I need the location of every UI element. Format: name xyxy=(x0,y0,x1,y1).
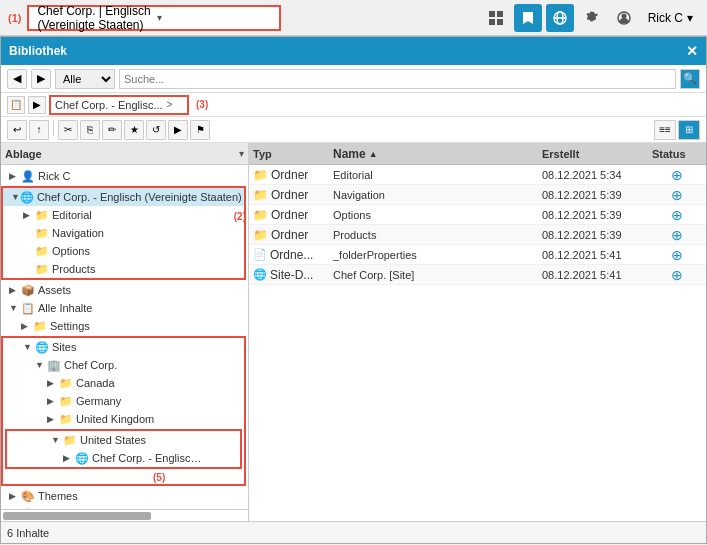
search-toolbar: ◀ ▶ Alle 🔍 xyxy=(1,65,706,93)
action-toolbar: ↩ ↑ ✂ ⎘ ✏ ★ ↺ ▶ ⚑ ≡≡ ⊞ xyxy=(1,117,706,143)
back-button[interactable]: ◀ xyxy=(7,69,27,89)
tree-label: Germany xyxy=(76,395,121,407)
svg-rect-1 xyxy=(497,11,503,17)
tree: ▶ 👤 Rick C ▼ 🌐 Chef Corp. - Englisch (Ve… xyxy=(1,165,248,509)
cell-status: ⊕ xyxy=(652,267,702,283)
cell-typ: 📁 Ordner xyxy=(253,168,333,182)
flag-button[interactable]: ⚑ xyxy=(190,120,210,140)
table-row[interactable]: 🌐 Site-D... Chef Corp. [Site] 08.12.2021… xyxy=(249,265,706,285)
col-header-typ: Typ xyxy=(253,148,333,160)
table-row[interactable]: 📄 Ordne... _folderProperties 08.12.2021 … xyxy=(249,245,706,265)
up-button[interactable]: ↑ xyxy=(29,120,49,140)
chevron-down-icon: ▾ xyxy=(157,12,271,23)
table-row[interactable]: 📁 Ordner Navigation 08.12.2021 5:39 ⊕ xyxy=(249,185,706,205)
search-button[interactable]: 🔍 xyxy=(680,69,700,89)
label-1: (1) xyxy=(8,12,21,24)
grid-icon[interactable] xyxy=(482,4,510,32)
context-selector-text: Chef Corp. | Englisch (Vereinigte Staate… xyxy=(37,4,151,32)
separator xyxy=(53,120,54,136)
tree-item-chef-corp[interactable]: ▼ 🌐 Chef Corp. - Englisch (Vereinigte St… xyxy=(3,188,244,206)
close-icon[interactable]: ✕ xyxy=(686,43,698,59)
table-row[interactable]: 📁 Ordner Editorial 08.12.2021 5:34 ⊕ xyxy=(249,165,706,185)
star-button[interactable]: ★ xyxy=(124,120,144,140)
cut-button[interactable]: ✂ xyxy=(58,120,78,140)
folder-icon: 📁 xyxy=(59,412,73,426)
col-header-name[interactable]: Name ▲ xyxy=(333,147,542,161)
tree-item-navigation[interactable]: 📁 Navigation xyxy=(3,224,244,242)
breadcrumb-row: 📋 ▶ Chef Corp. - Englisc... > (3) xyxy=(1,93,706,117)
sites-icon: 🌐 xyxy=(35,340,49,354)
cell-status: ⊕ xyxy=(652,247,702,263)
table-header: Typ Name ▲ Erstellt Status xyxy=(249,143,706,165)
undo-button[interactable]: ↩ xyxy=(7,120,27,140)
cell-status: ⊕ xyxy=(652,227,702,243)
left-panel-footer xyxy=(1,509,248,521)
label-2: (2) xyxy=(234,211,246,222)
toggle-icon: ▶ xyxy=(47,396,59,406)
filter-select[interactable]: Alle xyxy=(55,69,115,89)
tree-item-uk[interactable]: ▶ 📁 United Kingdom xyxy=(3,410,244,428)
svg-point-8 xyxy=(621,13,626,18)
ablage-title: Ablage xyxy=(5,148,239,160)
folder-icon: 📁 xyxy=(59,376,73,390)
grid-view-button[interactable]: ⊞ xyxy=(678,120,700,140)
folder-view-icon[interactable]: 📋 xyxy=(7,96,25,114)
site-icon: 🌐 xyxy=(20,190,34,204)
user-circle-icon[interactable] xyxy=(610,4,638,32)
panel-collapse-icon[interactable]: ▾ xyxy=(239,148,244,159)
tree-item-themes[interactable]: ▶ 🎨 Themes xyxy=(1,487,248,505)
context-selector[interactable]: Chef Corp. | Englisch (Vereinigte Staate… xyxy=(27,5,281,31)
breadcrumb-nav-icon[interactable]: ▶ xyxy=(28,96,46,114)
themes-icon: 🎨 xyxy=(21,489,35,503)
copy-button[interactable]: ⎘ xyxy=(80,120,100,140)
toggle-icon: ▶ xyxy=(9,171,21,181)
refresh-button[interactable]: ↺ xyxy=(146,120,166,140)
search-input[interactable] xyxy=(119,69,676,89)
forward-button[interactable]: ▶ xyxy=(31,69,51,89)
tree-item-settings[interactable]: ▶ 📁 Settings xyxy=(1,317,248,335)
toggle-icon: ▼ xyxy=(35,360,47,370)
table-row[interactable]: 📁 Ordner Options 08.12.2021 5:39 ⊕ xyxy=(249,205,706,225)
tree-item-assets[interactable]: ▶ 📦 Assets xyxy=(1,281,248,299)
highlighted-section-5: ▼ 📁 United States ▶ 🌐 Chef Corp. - Engli… xyxy=(5,429,242,469)
cell-status: ⊕ xyxy=(652,207,702,223)
topbar-icons: Rick C ▾ xyxy=(482,4,699,32)
tree-label: Chef Corp. - Englisch (Vereinigte Staate… xyxy=(37,191,242,203)
globe-icon[interactable] xyxy=(546,4,574,32)
gear-icon[interactable] xyxy=(578,4,606,32)
user-menu[interactable]: Rick C ▾ xyxy=(642,9,699,27)
tree-item-products[interactable]: 📁 Products xyxy=(3,260,244,278)
tree-item-rick-c[interactable]: ▶ 👤 Rick C xyxy=(1,167,248,185)
tree-item-sites[interactable]: ▼ 🌐 Sites xyxy=(3,338,244,356)
list-view-button[interactable]: ≡≡ xyxy=(654,120,676,140)
tree-item-options[interactable]: 📁 Options xyxy=(3,242,244,260)
footer-count: 6 Inhalte xyxy=(7,527,49,539)
view-toggle: ≡≡ ⊞ xyxy=(654,120,700,140)
folder-icon: 📁 xyxy=(63,433,77,447)
horizontal-scrollbar[interactable] xyxy=(3,512,151,520)
tree-item-editorial[interactable]: ▶ 📁 Editorial xyxy=(3,206,244,224)
tree-item-corp[interactable]: ▼ 🏢 Chef Corp. xyxy=(3,356,244,374)
folder-icon: 📁 xyxy=(35,262,49,276)
cell-status: ⊕ xyxy=(652,167,702,183)
cell-typ: 🌐 Site-D... xyxy=(253,268,333,282)
bookmark-icon[interactable] xyxy=(514,4,542,32)
play-button[interactable]: ▶ xyxy=(168,120,188,140)
tree-item-canada[interactable]: ▶ 📁 Canada xyxy=(3,374,244,392)
tree-item-germany[interactable]: ▶ 📁 Germany xyxy=(3,392,244,410)
tree-item-alle-inhalte[interactable]: ▼ 📋 Alle Inhalte xyxy=(1,299,248,317)
user-icon: 👤 xyxy=(21,169,35,183)
status-icon: ⊕ xyxy=(671,247,683,263)
folder-icon: 📁 xyxy=(35,244,49,258)
tree-label: Navigation xyxy=(52,227,104,239)
toggle-icon: ▶ xyxy=(21,321,33,331)
tree-item-us[interactable]: ▼ 📁 United States xyxy=(7,431,240,449)
tree-item-chef-us[interactable]: ▶ 🌐 Chef Corp. - Englisch (Vereinigte S xyxy=(7,449,240,467)
cell-name: Chef Corp. [Site] xyxy=(333,269,542,281)
edit-button[interactable]: ✏ xyxy=(102,120,122,140)
highlighted-section-4: ▼ 🌐 Sites ▼ 🏢 Chef Corp. ▶ 📁 Canada xyxy=(1,336,246,486)
folder-icon: 📁 xyxy=(35,208,49,222)
breadcrumb-path[interactable]: Chef Corp. - Englisc... > xyxy=(49,95,189,115)
table-row[interactable]: 📁 Ordner Products 08.12.2021 5:39 ⊕ xyxy=(249,225,706,245)
cell-typ: 📁 Ordner xyxy=(253,188,333,202)
